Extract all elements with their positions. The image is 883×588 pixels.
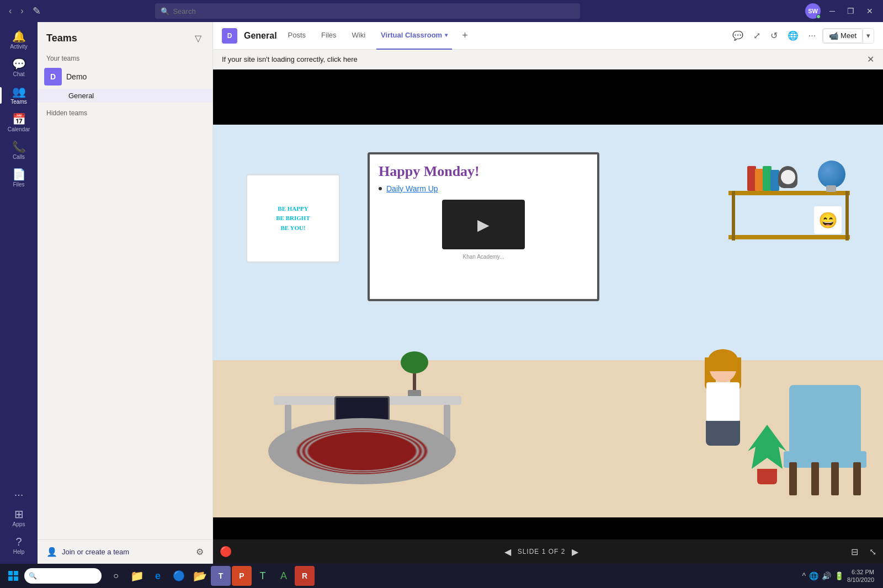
taskbar: 🔍 ○ 📁 e 🔵 📂 T P T A R ^ 🌐 🔊 🔋 6:32 PM 8/… xyxy=(0,564,883,588)
slide-container: 😄 BE HAPPY BE BRIGHT BE YOU! Happy Monda… xyxy=(213,125,883,517)
classroom-scene: 😄 BE HAPPY BE BRIGHT BE YOU! Happy Monda… xyxy=(213,125,883,517)
globe xyxy=(818,161,845,188)
calls-icon: 📞 xyxy=(12,141,26,152)
team-name: Demo xyxy=(66,72,190,81)
slide-fullscreen-button[interactable]: ⤡ xyxy=(869,547,883,557)
chevron-down-icon: ▾ xyxy=(445,32,448,38)
compose-button[interactable]: ✎ xyxy=(33,5,41,17)
hidden-teams-label: Hidden teams xyxy=(38,103,212,119)
teacher-body xyxy=(706,382,740,421)
daily-warm-up-link[interactable]: Daily Warm Up xyxy=(386,184,438,193)
sidebar-item-help[interactable]: ? Help xyxy=(0,532,38,559)
notification-close-button[interactable]: ✕ xyxy=(867,54,874,65)
whiteboard-bullet: Daily Warm Up xyxy=(379,184,588,193)
restore-button[interactable]: ❐ xyxy=(844,6,858,17)
network-icon: 🌐 xyxy=(809,571,818,580)
slide-prev-button[interactable]: ◀ xyxy=(504,547,511,557)
sidebar-item-calls[interactable]: 📞 Calls xyxy=(0,137,38,164)
taskbar-app-cortana[interactable]: ○ xyxy=(106,566,126,586)
channel-avatar: D xyxy=(222,28,237,44)
tab-wiki[interactable]: Wiki xyxy=(348,22,370,50)
content-area: 😄 BE HAPPY BE BRIGHT BE YOU! Happy Monda… xyxy=(213,70,883,564)
sticker: 😄 xyxy=(814,206,842,234)
slide-next-button[interactable]: ▶ xyxy=(572,547,578,557)
forward-button[interactable]: › xyxy=(18,4,25,18)
add-tab-button[interactable]: + xyxy=(459,30,471,41)
taskbar-app-edge[interactable]: e xyxy=(148,566,168,586)
tab-virtual-classroom[interactable]: Virtual Classroom ▾ xyxy=(376,22,452,50)
minimize-button[interactable]: ─ xyxy=(826,6,838,17)
meet-button[interactable]: 📹 Meet xyxy=(823,29,863,43)
meet-dropdown-button[interactable]: ▾ xyxy=(863,29,874,43)
taskbar-app-files[interactable]: 📂 xyxy=(190,566,210,586)
play-icon: ▶ xyxy=(477,216,490,234)
icon-rail: 🔔 Activity 💬 Chat 👥 Teams 📅 Calendar 📞 C… xyxy=(0,22,38,564)
back-button[interactable]: ‹ xyxy=(7,4,14,18)
join-team-button[interactable]: 👤 Join or create a team xyxy=(46,547,129,557)
shelf-support-left xyxy=(732,191,735,240)
avatar[interactable]: SW xyxy=(805,3,821,19)
titlebar-right: SW ─ ❐ ✕ xyxy=(805,3,876,19)
video-icon: 📹 xyxy=(829,31,838,40)
sidebar-item-calendar[interactable]: 📅 Calendar xyxy=(0,109,38,137)
more-options-button[interactable]: ··· xyxy=(805,29,819,43)
slide-controls: 🔴 ◀ SLIDE 1 OF 2 ▶ ⊟ ⤡ xyxy=(213,539,883,564)
filter-button[interactable]: ▽ xyxy=(193,31,204,46)
sidebar-item-teams[interactable]: 👥 Teams xyxy=(0,82,38,109)
shelf-support-right xyxy=(845,191,849,240)
poster-text: BE HAPPY BE BRIGHT BE YOU! xyxy=(276,204,310,233)
tab-posts[interactable]: Posts xyxy=(284,22,311,50)
team-row[interactable]: D Demo ··· xyxy=(38,65,212,89)
close-button[interactable]: ✕ xyxy=(863,6,876,17)
expand-button[interactable]: ⤢ xyxy=(750,28,764,43)
help-icon: ? xyxy=(15,536,22,547)
sidebar: Teams ▽ Your teams D Demo ··· General Hi… xyxy=(38,22,213,564)
sidebar-item-more[interactable]: ··· xyxy=(0,484,38,504)
globe-button[interactable]: 🌐 xyxy=(784,28,802,43)
sidebar-item-chat[interactable]: 💬 Chat xyxy=(0,54,38,82)
refresh-button[interactable]: ↺ xyxy=(767,28,781,43)
search-input[interactable] xyxy=(173,7,575,15)
taskbar-app-teams2[interactable]: T xyxy=(253,566,273,586)
add-person-icon: 👤 xyxy=(46,547,57,557)
slide-view-button[interactable]: ⊟ xyxy=(851,547,865,557)
channel-row[interactable]: General xyxy=(38,89,212,103)
top-black-bar xyxy=(213,70,883,125)
taskbar-apps: ○ 📁 e 🔵 📂 T P T A R xyxy=(106,566,315,586)
sidebar-item-apps[interactable]: ⊞ Apps xyxy=(0,504,38,532)
online-indicator xyxy=(816,14,821,19)
windows-logo xyxy=(8,571,18,581)
teacher-hair xyxy=(708,349,738,371)
start-button[interactable] xyxy=(4,567,22,585)
whiteboard: Happy Monday! Daily Warm Up ▶ Khan Acade… xyxy=(368,152,599,301)
tab-files[interactable]: Files xyxy=(317,22,341,50)
taskbar-search[interactable]: 🔍 xyxy=(24,568,102,584)
sidebar-item-activity[interactable]: 🔔 Activity xyxy=(0,26,38,54)
taskbar-sys-tray: ^ 🌐 🔊 🔋 6:32 PM 8/10/2020 xyxy=(797,568,879,584)
taskbar-app-chrome[interactable]: 🔵 xyxy=(169,566,189,586)
taskbar-app-red[interactable]: R xyxy=(295,566,315,586)
slide-info-label: SLIDE 1 OF 2 xyxy=(518,548,566,555)
more-icon: ··· xyxy=(14,489,24,500)
conversation-icon-btn[interactable]: 💬 xyxy=(729,28,747,43)
alarm-clock xyxy=(778,166,797,188)
taskbar-time[interactable]: 6:32 PM 8/10/2020 xyxy=(847,568,874,584)
taskbar-app-powerpoint[interactable]: P xyxy=(232,566,252,586)
taskbar-app-teams[interactable]: T xyxy=(211,566,231,586)
chair xyxy=(784,385,866,495)
teams-icon: 👥 xyxy=(12,86,26,97)
taskbar-app-file-explorer[interactable]: 📁 xyxy=(127,566,147,586)
sidebar-item-files[interactable]: 📄 Files xyxy=(0,164,38,192)
chair-leg-lr xyxy=(811,462,819,495)
taskbar-app-extra[interactable]: A xyxy=(274,566,294,586)
clock-face xyxy=(781,170,795,184)
search-icon: 🔍 xyxy=(161,7,169,15)
sys-tray-icon: ^ xyxy=(802,571,806,580)
settings-button[interactable]: ⚙ xyxy=(196,547,204,557)
apps-icon: ⊞ xyxy=(14,509,24,520)
chat-icon: 💬 xyxy=(12,58,26,70)
video-thumbnail[interactable]: ▶ xyxy=(442,200,525,249)
sidebar-title: Teams xyxy=(46,33,77,44)
your-teams-label: Your teams xyxy=(38,50,212,65)
bonsai-leaves xyxy=(401,351,428,373)
